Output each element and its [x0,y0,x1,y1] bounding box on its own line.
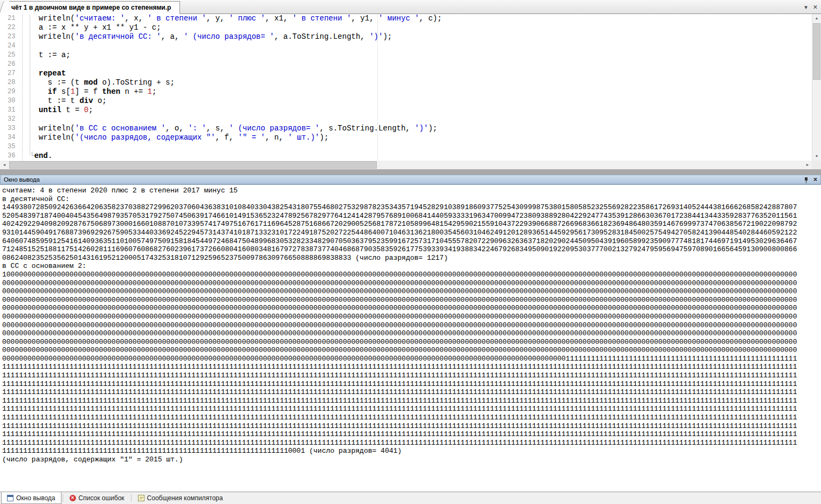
gutter-divider [22,32,30,42]
document-tab[interactable]: чёт 1 в двоичном виде в примере со степе… [4,1,180,15]
output-line: 6406074859591254161409363511010057497509… [0,237,821,246]
output-line: (число разрядов, содержащих "1" = 2015 ш… [0,455,821,464]
document-tab-title: чёт 1 в двоичном виде в примере со степе… [11,4,171,11]
output-line: 1111111111111111111111111111111111111111… [0,430,821,439]
line-number: 24 [0,42,22,51]
output-line: 0000000000000000000000000000000000000000… [0,313,821,321]
tab-separator [63,494,63,502]
gutter-divider [22,115,30,124]
output-line: 1000000000000000000000000000000000000000… [0,271,821,279]
code-line: 32 [0,115,812,124]
code-line: 25 t := a; [0,51,812,60]
output-line: 1111111111111111111111111111111111111111… [0,397,821,405]
code-line: 28 s := (t mod o).ToString + s; [0,78,812,87]
gutter-divider [22,14,30,23]
horizontal-scrollbar-thumb[interactable] [9,161,377,169]
gutter-divider [22,78,30,87]
output-line: 1111111111111111111111111111111111111111… [0,363,821,371]
line-number: 29 [0,87,22,96]
code-line: 30 t := t div o; [0,96,812,106]
output-line: 0000000000000000000000000000000000000000… [0,346,821,355]
pin-icon[interactable] [804,177,809,183]
line-number: 23 [0,32,22,42]
panel-splitter[interactable] [0,169,821,175]
line-number: 33 [0,124,22,133]
output-line: 0000000000000000000000000000000000000000… [0,355,821,363]
output-line: 1111111111111111111111111111111111111111… [0,371,821,380]
bottom-tab-compiler-messages[interactable]: Сообщения компилятора [133,492,229,504]
code-text: t := t div o; [30,96,107,106]
output-window-icon [7,495,13,501]
code-text: a := x ** y + x1 ** y1 - c; [30,23,161,32]
gutter-divider [22,23,30,32]
code-text: └end. [30,151,52,161]
scroll-up-icon[interactable]: ▲ [812,14,821,23]
output-line: 1111111111111111111111111111111111111111… [0,447,821,455]
gutter-divider [22,133,30,142]
output-close-icon[interactable]: × [813,176,817,183]
scroll-down-icon[interactable]: ▼ [812,152,821,161]
output-line: 1111111111111111111111111111111111111111… [0,413,821,422]
code-editor[interactable]: 21 writeln('считаем: ', x, ' в степени '… [0,14,812,161]
line-number: 28 [0,78,22,87]
scrollbar-corner [812,161,821,169]
document-tab-bar: чёт 1 в двоичном виде в примере со степе… [0,0,821,14]
gutter-divider [22,42,30,51]
code-text: s := (t mod o).ToString + s; [30,78,175,87]
line-number: 30 [0,96,22,106]
bottom-tab-label: Сообщения компилятора [147,494,223,502]
output-line: 0000000000000000000000000000000000000000… [0,287,821,296]
output-line: 9310144590491768873969292675905334403369… [0,229,821,237]
line-number: 36 [0,151,22,161]
code-text: t := a; [30,51,71,60]
code-text: repeat [30,69,66,78]
line-number: 32 [0,115,22,124]
vertical-scrollbar-thumb[interactable] [813,23,820,80]
gutter-divider [22,106,30,115]
editor-horizontal-scrollbar[interactable]: ◄ ► [0,161,812,169]
scroll-right-icon[interactable]: ► [803,161,812,169]
code-text: writeln('в СС с основанием ', o, ': ', s… [30,124,437,133]
gutter-divider [22,151,30,161]
editor-vertical-scrollbar[interactable]: ▲ ▼ [812,14,821,161]
scroll-left-icon[interactable]: ◄ [0,161,9,169]
column-margin-line [377,14,378,161]
error-list-icon [70,495,76,501]
output-window-content[interactable]: считаем: 4 в степени 2020 плюс 2 в степе… [0,184,821,492]
code-line: 35 [0,142,812,151]
output-line: 5205483971874004045435649879357053179275… [0,212,821,220]
code-text: if s[1] = f then n += 1; [30,87,156,96]
tab-list-dropdown-icon[interactable]: ▾ [804,3,808,11]
line-number: 25 [0,51,22,60]
line-number: 21 [0,14,22,23]
bottom-tab-output-window[interactable]: Окно вывода [1,492,61,504]
code-line: 29 if s[1] = f then n += 1; [0,87,812,96]
code-line: 22 a := x ** y + x1 ** y1 - c; [0,23,812,32]
bottom-tab-label: Список ошибок [79,494,125,502]
code-line: 36└end. [0,151,812,161]
gutter-divider [22,60,30,69]
output-line: в десятичной СС: [0,195,821,204]
tab-close-icon[interactable]: ✕ [813,3,818,11]
line-number: 26 [0,60,22,69]
output-line: 0000000000000000000000000000000000000000… [0,338,821,347]
code-text: writeln('(число разрядов, содержащих "',… [30,133,329,142]
code-line: 21 writeln('считаем: ', x, ' в степени '… [0,14,812,23]
bottom-tab-error-list[interactable]: Список ошибок [64,492,130,504]
code-line: 24 [0,42,812,51]
output-line: 0862408235253562501431619521200051743253… [0,254,821,263]
line-number: 34 [0,133,22,142]
code-line: 27 repeat [0,69,812,78]
line-number: 31 [0,106,22,115]
output-line: 1449380728509242636642063582370388272996… [0,203,821,212]
code-line: 31 until t = 0; [0,106,812,115]
gutter-divider [22,96,30,106]
gutter-divider [22,69,30,78]
line-number: 27 [0,69,22,78]
output-line: 1111111111111111111111111111111111111111… [0,380,821,389]
output-line: 1111111111111111111111111111111111111111… [0,388,821,397]
bottom-tab-label: Окно вывода [16,494,56,502]
output-line: 1111111111111111111111111111111111111111… [0,422,821,431]
output-line: 0000000000000000000000000000000000000000… [0,304,821,313]
code-text: until t = 0; [30,106,93,115]
